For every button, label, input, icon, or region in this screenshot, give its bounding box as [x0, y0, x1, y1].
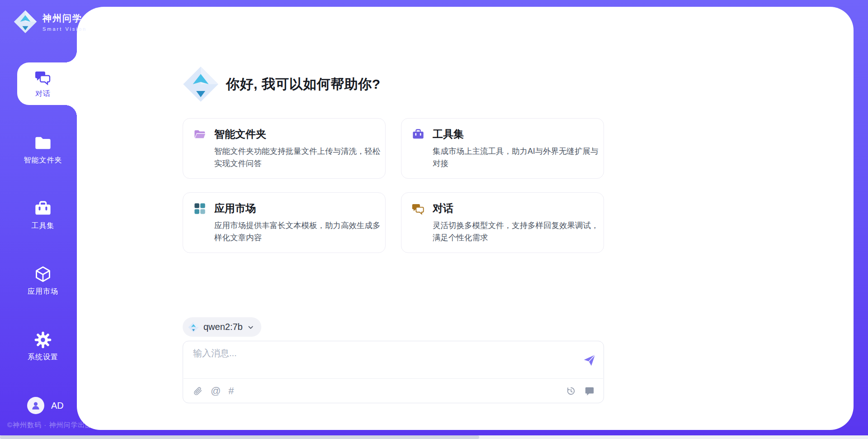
hash-button[interactable]: #	[228, 386, 234, 396]
sidebar-item-smart-folders[interactable]: 智能文件夹	[9, 128, 77, 171]
composer-toolbar: @ #	[183, 379, 604, 403]
send-button[interactable]	[583, 353, 596, 367]
greeting-text: 你好, 我可以如何帮助你?	[226, 75, 381, 94]
person-icon	[30, 400, 41, 411]
hash-icon: #	[228, 386, 234, 396]
gem-diamond-icon	[14, 10, 37, 33]
history-icon	[566, 386, 576, 396]
message-input[interactable]	[193, 347, 583, 373]
card-description: 应用市场提供丰富长文本模板，助力高效生成多样化文章内容	[214, 220, 382, 244]
sidebar-nav: 对话 智能文件夹 工具集	[9, 62, 77, 391]
feature-cards: 智能文件夹 智能文件夹功能支持批量文件上传与清洗，轻松实现文件问答 工具集 集成…	[183, 118, 604, 253]
card-app-market[interactable]: 应用市场 应用市场提供丰富长文本模板，助力高效生成多样化文章内容	[183, 192, 386, 253]
sidebar-item-chat[interactable]: 对话	[9, 62, 77, 105]
card-title: 对话	[433, 201, 453, 215]
sidebar-item-label: 工具集	[32, 221, 55, 231]
mention-icon: @	[211, 386, 221, 396]
greeting-block: 你好, 我可以如何帮助你?	[183, 66, 381, 102]
chat-square-icon	[585, 386, 594, 396]
gem-diamond-icon	[188, 322, 199, 333]
scrollbar-thumb[interactable]	[0, 435, 479, 439]
brand-name: 神州问学	[42, 12, 87, 24]
brand-text-block: 神州问学 Smart Vision	[42, 12, 87, 32]
card-toolset[interactable]: 工具集 集成市场上主流工具，助力AI与外界无缝扩展与对接	[401, 118, 604, 179]
sidebar-item-label: 对话	[35, 89, 51, 99]
card-title: 工具集	[433, 127, 464, 141]
sidebar-item-label: 应用市场	[28, 287, 58, 296]
card-title: 智能文件夹	[214, 127, 266, 141]
folder-open-icon	[193, 128, 206, 141]
gem-diamond-icon	[183, 66, 219, 102]
message-composer: @ #	[183, 341, 604, 403]
composer-input-row	[183, 341, 604, 378]
pill-fillet-bottom	[65, 105, 77, 117]
chevron-down-icon	[247, 324, 254, 331]
card-title: 应用市场	[214, 201, 256, 215]
send-plane-icon	[583, 353, 596, 367]
sidebar-item-label: 系统设置	[28, 353, 58, 362]
app-logo: 神州问学 Smart Vision	[14, 10, 87, 33]
toolbox-icon	[34, 200, 52, 218]
sidebar-item-app-market[interactable]: 应用市场	[9, 259, 77, 302]
horizontal-scrollbar[interactable]	[0, 435, 868, 439]
avatar	[27, 397, 44, 414]
gear-icon	[34, 331, 52, 349]
card-description: 灵活切换多模型文件，支持多样回复效果调试，满足个性化需求	[433, 220, 601, 244]
brand-subtitle: Smart Vision	[42, 26, 87, 32]
user-badge[interactable]: AD	[27, 397, 64, 414]
card-description: 智能文件夹功能支持批量文件上传与清洗，轻松实现文件问答	[214, 145, 382, 170]
chat-bubbles-icon	[35, 69, 51, 86]
briefcase-icon	[412, 128, 425, 141]
pill-fillet-top	[65, 51, 77, 62]
folder-icon	[34, 134, 52, 152]
history-button[interactable]	[566, 386, 576, 396]
mention-button[interactable]: @	[211, 386, 221, 396]
attachment-button[interactable]	[193, 386, 203, 396]
card-chat[interactable]: 对话 灵活切换多模型文件，支持多样回复效果调试，满足个性化需求	[401, 192, 604, 253]
sidebar: 神州问学 Smart Vision 对话 智能文件夹	[0, 0, 77, 439]
sidebar-item-toolset[interactable]: 工具集	[9, 194, 77, 236]
cube-icon	[34, 265, 52, 283]
model-name: qwen2:7b	[203, 322, 243, 332]
sidebar-item-label: 智能文件夹	[24, 156, 62, 165]
grid-icon	[193, 202, 206, 215]
sidebar-item-settings[interactable]: 系统设置	[9, 325, 77, 367]
composer-right-tools	[566, 386, 594, 396]
user-name: AD	[51, 401, 64, 411]
card-smart-folders[interactable]: 智能文件夹 智能文件夹功能支持批量文件上传与清洗，轻松实现文件问答	[183, 118, 386, 179]
card-description: 集成市场上主流工具，助力AI与外界无缝扩展与对接	[433, 145, 601, 170]
chat-square-button[interactable]	[585, 386, 594, 396]
sidebar-footer: ©神州数码 · 神州问学出品	[7, 421, 92, 429]
attachment-icon	[193, 386, 203, 396]
chat-bubbles-icon	[412, 202, 425, 215]
model-selector[interactable]: qwen2:7b	[183, 317, 261, 337]
